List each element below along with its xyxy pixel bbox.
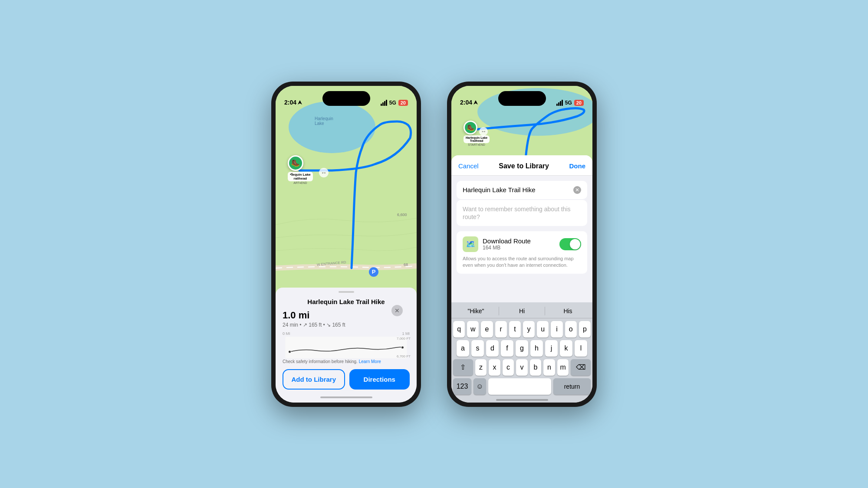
download-title: Download Route bbox=[483, 237, 531, 245]
done-button[interactable]: Done bbox=[569, 162, 586, 170]
sheet-close-button-1[interactable]: ✕ bbox=[391, 305, 403, 316]
cancel-button[interactable]: Cancel bbox=[458, 162, 479, 170]
trail-distance-1: 1.0 mi bbox=[283, 310, 410, 321]
phone-2-screen: 2:04 5G 20 � bbox=[451, 86, 592, 403]
network-label-2: 5G bbox=[565, 100, 572, 106]
add-to-library-button[interactable]: Add to Library bbox=[283, 369, 345, 390]
key-i[interactable]: i bbox=[551, 321, 562, 337]
trailhead-icon-2: 🥾 bbox=[464, 121, 477, 134]
sheet-title-1: Harlequin Lake Trail Hike bbox=[283, 298, 410, 305]
key-x[interactable]: x bbox=[489, 359, 500, 376]
learn-more-link[interactable]: Learn More bbox=[359, 359, 381, 364]
svg-text:68: 68 bbox=[404, 262, 408, 267]
trailhead-sub-1: ART•END bbox=[288, 181, 313, 184]
suggestion-3[interactable]: His bbox=[545, 306, 591, 316]
lake-label: HarlequinLake bbox=[315, 116, 333, 126]
save-sheet-title: Save to Library bbox=[499, 162, 549, 170]
trail-stats-1: 1.0 mi 24 min • ↗ 165 ft • ↘ 165 ft bbox=[283, 310, 410, 328]
download-toggle[interactable] bbox=[559, 238, 581, 250]
notes-field[interactable]: Want to remember something about this ro… bbox=[457, 200, 587, 226]
key-j[interactable]: j bbox=[545, 340, 558, 357]
svg-text:6,600: 6,600 bbox=[397, 213, 407, 217]
shift-key[interactable]: ⇧ bbox=[453, 359, 473, 376]
trailhead-marker-1: 🥾 ᐊequin Lakerailhead ART•END bbox=[288, 155, 313, 184]
key-t[interactable]: t bbox=[509, 321, 521, 337]
action-buttons-1: Add to Library Directions bbox=[283, 369, 410, 390]
svg-point-7 bbox=[401, 346, 404, 349]
direction-arrow-1: ↔ bbox=[319, 168, 329, 177]
save-sheet: Cancel Save to Library Done Harlequin La… bbox=[451, 155, 592, 403]
key-o[interactable]: o bbox=[565, 321, 577, 337]
download-section: 🗺️ Download Route 164 MB Allows you to a… bbox=[457, 231, 587, 274]
key-l[interactable]: l bbox=[575, 340, 587, 357]
svg-rect-5 bbox=[286, 337, 407, 358]
download-size: 164 MB bbox=[483, 245, 531, 251]
dynamic-island-2 bbox=[498, 91, 546, 106]
directions-button[interactable]: Directions bbox=[349, 369, 410, 390]
elevation-low-label: 6,700 FT bbox=[397, 354, 411, 358]
key-v[interactable]: v bbox=[516, 359, 528, 376]
key-r[interactable]: r bbox=[495, 321, 507, 337]
bottom-sheet-1[interactable]: Harlequin Lake Trail Hike ✕ 1.0 mi 24 mi… bbox=[276, 288, 417, 403]
key-d[interactable]: d bbox=[486, 340, 499, 357]
download-icon: 🗺️ bbox=[463, 236, 478, 252]
dynamic-island-1 bbox=[322, 91, 370, 106]
route-name-field[interactable]: Harlequin Lake Trail Hike ✕ bbox=[457, 181, 587, 199]
phone-1: 2:04 5G 20 bbox=[271, 82, 421, 407]
key-f[interactable]: f bbox=[501, 340, 513, 357]
suggestion-2[interactable]: Hi bbox=[499, 306, 545, 316]
clear-field-button[interactable]: ✕ bbox=[573, 186, 581, 194]
keyboard-rows: q w e r t y u i o p a s bbox=[451, 318, 592, 398]
phone-2: 2:04 5G 20 � bbox=[447, 82, 597, 407]
route-name-text: Harlequin Lake Trail Hike bbox=[463, 186, 536, 193]
key-p[interactable]: p bbox=[579, 321, 591, 337]
chart-labels-1: 0 MI 1 MI bbox=[283, 331, 410, 336]
notes-placeholder: Want to remember something about this ro… bbox=[463, 206, 571, 220]
safety-text-1: Check safety information before hiking. … bbox=[283, 359, 410, 364]
key-w[interactable]: w bbox=[467, 321, 479, 337]
chart-area: 7,000 FT 6,700 FT bbox=[283, 337, 410, 358]
map-svg-1: 6,600 68 bbox=[276, 86, 417, 307]
signal-icon-1 bbox=[381, 100, 387, 106]
key-y[interactable]: y bbox=[523, 321, 535, 337]
backspace-key[interactable]: ⌫ bbox=[571, 359, 591, 376]
location-icon-1 bbox=[298, 100, 302, 105]
emoji-key[interactable]: ☺ bbox=[473, 378, 486, 395]
parking-icon-1: P bbox=[369, 267, 378, 277]
key-h[interactable]: h bbox=[530, 340, 543, 357]
key-s[interactable]: s bbox=[471, 340, 484, 357]
key-n[interactable]: n bbox=[543, 359, 555, 376]
trailhead-marker-2: 🥾 Harlequin LakeTrailhead START•END bbox=[464, 121, 490, 146]
key-m[interactable]: m bbox=[557, 359, 569, 376]
key-row-1: q w e r t y u i o p bbox=[453, 321, 591, 337]
elevation-chart-1: 0 MI 1 MI 7,000 FT 6,700 FT bbox=[283, 331, 410, 357]
battery-badge-1: 20 bbox=[398, 100, 408, 106]
key-q[interactable]: q bbox=[453, 321, 465, 337]
time-display-2: 2:04 bbox=[460, 99, 478, 106]
return-key[interactable]: return bbox=[553, 378, 591, 395]
time-display-1: 2:04 bbox=[284, 99, 302, 106]
space-key[interactable] bbox=[488, 378, 551, 395]
battery-badge-2: 20 bbox=[574, 100, 584, 106]
home-indicator-2 bbox=[496, 399, 548, 401]
key-b[interactable]: b bbox=[530, 359, 542, 376]
suggestion-1[interactable]: "Hike" bbox=[453, 306, 499, 316]
location-icon-2 bbox=[473, 100, 478, 105]
key-e[interactable]: e bbox=[481, 321, 493, 337]
save-header: Cancel Save to Library Done bbox=[451, 155, 592, 176]
svg-point-6 bbox=[289, 350, 291, 353]
download-info: Download Route 164 MB bbox=[483, 237, 531, 251]
network-label-1: 5G bbox=[389, 100, 396, 106]
chart-label-right: 1 MI bbox=[402, 331, 410, 336]
key-u[interactable]: u bbox=[537, 321, 549, 337]
keyboard-area: "Hike" Hi His q w e r t y bbox=[451, 302, 592, 403]
key-k[interactable]: k bbox=[560, 340, 572, 357]
key-g[interactable]: g bbox=[516, 340, 528, 357]
trail-details-1: 24 min • ↗ 165 ft • ↘ 165 ft bbox=[283, 322, 410, 328]
num-key[interactable]: 123 bbox=[453, 378, 471, 395]
chart-label-left: 0 MI bbox=[283, 331, 290, 336]
download-description: Allows you to access the route and surro… bbox=[463, 255, 581, 269]
key-c[interactable]: c bbox=[503, 359, 514, 376]
key-z[interactable]: z bbox=[475, 359, 487, 376]
key-a[interactable]: a bbox=[457, 340, 469, 357]
